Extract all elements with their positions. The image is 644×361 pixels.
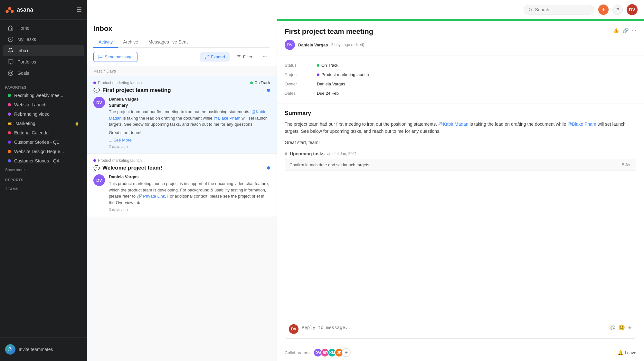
asana-logo: asana xyxy=(5,5,33,14)
leave-button[interactable]: 🔔 Leave xyxy=(618,350,636,355)
expand-button[interactable]: Expand xyxy=(200,52,230,62)
sidebar-item-my-tasks[interactable]: My Tasks xyxy=(3,34,84,45)
chat-icon-0: 💬 xyxy=(93,87,100,93)
favorite-item-3[interactable]: Marketing 🔒 xyxy=(3,119,84,128)
reports-section-label: Reports xyxy=(0,174,87,183)
detail-meta-row: DV Daniela Vargas 2 days ago (edited) xyxy=(285,40,636,50)
field-status: Status On Track xyxy=(285,61,636,70)
on-track-dot xyxy=(250,82,253,84)
favorite-item-7[interactable]: Customer Stories - Q4 xyxy=(3,156,84,165)
show-more-button[interactable]: Show more xyxy=(0,166,87,174)
detail-kabir-link[interactable]: @Kabir Madan xyxy=(438,122,469,127)
collaborators-avatars: DV BP KM JR + xyxy=(313,348,351,357)
message-content-1: Daniela Vargas This product marketing la… xyxy=(109,174,270,212)
detail-blake-link[interactable]: @Blake Pham xyxy=(567,122,596,127)
message-card-0[interactable]: Product marketing launch On Track 💬 Firs… xyxy=(87,76,277,154)
user-avatar[interactable]: DV xyxy=(627,4,638,15)
detail-body: Summary The project team had our first m… xyxy=(277,103,644,321)
asana-logo-icon xyxy=(5,5,14,14)
upcoming-dot xyxy=(285,152,287,155)
sidebar-item-home[interactable]: Home xyxy=(3,23,84,34)
message-body-row-0: DV Daniela Vargas Summary The project te… xyxy=(93,97,270,149)
inbox-actions: Send message Expand Filter ··· xyxy=(87,48,277,66)
sidebar: asana ☰ Home My Tasks Inbox xyxy=(0,0,87,361)
message-extra-0: Great start, team! xyxy=(109,130,270,136)
message-icon xyxy=(98,54,103,59)
add-collaborator-button[interactable]: + xyxy=(342,348,351,357)
detail-time: 2 days ago (edited) xyxy=(331,43,365,47)
detail-more-button[interactable]: ··· xyxy=(632,28,636,34)
reply-box: DV @ 🙂 ✭ xyxy=(285,321,636,339)
blake-link[interactable]: @Blake Pham xyxy=(213,116,240,121)
favorite-item-1[interactable]: Website Launch xyxy=(3,100,84,109)
favorite-item-4[interactable]: Editorial Calendar xyxy=(3,128,84,137)
kabir-link[interactable]: @Kabir Madan xyxy=(109,109,266,121)
task-preview[interactable]: Confirm launch date and set launch targe… xyxy=(285,159,636,171)
reply-emoji-row: @ 🙂 ✭ xyxy=(610,324,632,331)
favorite-item-6[interactable]: Website Design Reque... xyxy=(3,147,84,156)
status-text-0: On Track xyxy=(254,81,270,85)
invite-teammates-label: Invite teammates xyxy=(19,347,53,352)
search-box[interactable] xyxy=(524,5,594,15)
field-dates: Dates Due 24 Feb xyxy=(285,89,636,98)
send-message-label: Send message xyxy=(105,54,133,59)
message-content-0: Daniela Vargas Summary The project team … xyxy=(109,97,270,149)
see-more-link-0[interactable]: ... See More xyxy=(109,138,270,142)
emoji-at-button[interactable]: @ xyxy=(610,325,616,331)
svg-line-15 xyxy=(205,57,206,58)
message-author-1: Daniela Vargas xyxy=(109,174,270,179)
sidebar-item-goals[interactable]: Goals xyxy=(3,68,84,79)
owner-field-value: Daniela Vargas xyxy=(317,82,345,86)
private-link[interactable]: 🔗 Private Link xyxy=(137,194,165,199)
status-badge-0: On Track xyxy=(250,81,270,85)
message-card-1[interactable]: Product marketing launch 💬 Welcome proje… xyxy=(87,154,277,217)
detail-extra-text: Great start, team! xyxy=(285,139,636,146)
field-owner: Owner Daniela Vargas xyxy=(285,79,636,89)
upcoming-header: Upcoming tasks as of 4 Jan, 2021 xyxy=(285,151,636,156)
sidebar-toggle[interactable]: ☰ xyxy=(77,6,82,13)
sidebar-item-inbox[interactable]: Inbox xyxy=(3,45,84,56)
inbox-title: Inbox xyxy=(93,24,270,33)
send-message-button[interactable]: Send message xyxy=(93,52,137,62)
fav-label-3: Marketing xyxy=(15,121,35,126)
tab-activity[interactable]: Activity xyxy=(93,37,118,48)
fav-dot-4 xyxy=(8,131,11,134)
reply-avatar: DV xyxy=(289,324,298,334)
fav-label-1: Website Launch xyxy=(14,102,46,107)
search-input[interactable] xyxy=(535,7,590,12)
tab-archive[interactable]: Archive xyxy=(118,37,143,48)
fav-dot-0 xyxy=(8,94,11,97)
more-options-button[interactable]: ··· xyxy=(260,52,270,62)
message-title-row-0: 💬 First project team meeting xyxy=(93,87,270,93)
favorite-item-0[interactable]: Recruiting weekly mee... xyxy=(3,91,84,100)
add-button[interactable]: + xyxy=(598,5,609,15)
favorite-item-5[interactable]: Customer Stories - Q1 xyxy=(3,138,84,147)
svg-point-7 xyxy=(8,71,13,76)
sidebar-item-portfolios[interactable]: Portfolios xyxy=(3,56,84,67)
fav-label-7: Customer Stories - Q4 xyxy=(14,158,59,163)
detail-panel: First project team meeting 👍 🔗 ··· DV Da… xyxy=(277,19,644,361)
status-green-dot xyxy=(317,64,319,67)
top-header: + ? DV xyxy=(87,0,644,19)
tab-messages-sent[interactable]: Messages I've Sent xyxy=(143,37,193,48)
emoji-smile-button[interactable]: 🙂 xyxy=(618,324,625,331)
favorite-item-2[interactable]: Rebranding video xyxy=(3,110,84,119)
message-author-0: Daniela Vargas xyxy=(109,97,270,102)
project-field-label: Project xyxy=(285,72,317,77)
emoji-star-button[interactable]: ✭ xyxy=(628,324,632,331)
sidebar-item-goals-label: Goals xyxy=(17,71,29,76)
sidebar-header: asana ☰ xyxy=(0,0,87,20)
fav-label-6: Website Design Reque... xyxy=(14,149,64,154)
upcoming-label: Upcoming tasks xyxy=(290,151,325,156)
inbox-messages: Product marketing launch On Track 💬 Firs… xyxy=(87,76,277,361)
link-button[interactable]: 🔗 xyxy=(622,27,629,34)
filter-button[interactable]: Filter xyxy=(233,52,256,62)
like-button[interactable]: 👍 xyxy=(613,27,619,34)
reply-input[interactable] xyxy=(302,324,607,335)
fav-dot-6 xyxy=(8,150,11,153)
invite-teammates-item[interactable]: Invite teammates xyxy=(0,342,87,357)
sidebar-bottom: Invite teammates xyxy=(0,337,87,361)
fav-label-2: Rebranding video xyxy=(14,112,50,117)
help-button[interactable]: ? xyxy=(612,5,623,15)
svg-point-12 xyxy=(529,8,532,11)
